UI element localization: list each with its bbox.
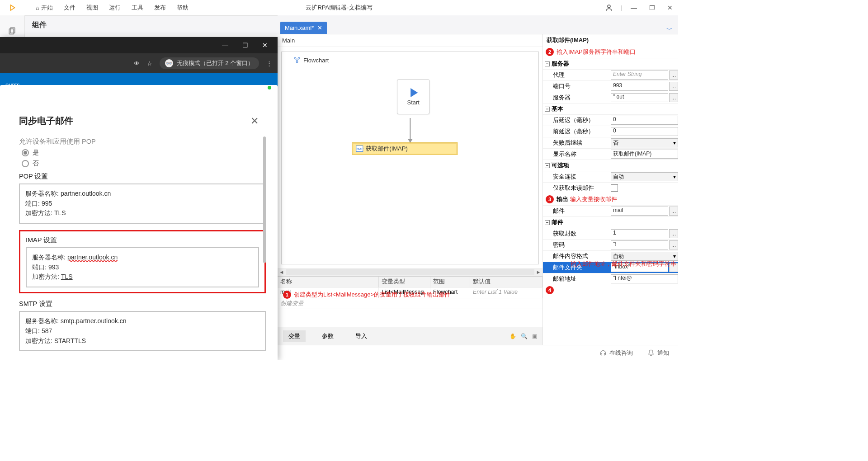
home-icon: ⌂ xyxy=(36,5,39,11)
proxy-input[interactable]: Enter String xyxy=(611,71,668,80)
status-dot-icon xyxy=(267,85,272,90)
annotation-1: 1 创建类型为List<MailMessage>的变量用于接收组件输出邮件 xyxy=(283,291,450,299)
tab-variables[interactable]: 变量 xyxy=(283,330,306,342)
col-name-header[interactable]: 名称 xyxy=(278,277,379,287)
menu-help[interactable]: 帮助 xyxy=(177,4,189,12)
activity-get-mail-imap[interactable]: IMAP 获取邮件(IMAP) xyxy=(352,142,458,155)
annotation-4: 输入邮件地址，邮件文件夹和密码字符串 xyxy=(571,260,676,268)
modal-close-icon[interactable]: ✕ xyxy=(250,115,259,127)
prop-server: 服务器" out… xyxy=(543,92,678,103)
create-variable-row[interactable]: 创建变量 xyxy=(278,298,542,309)
clipboard-icon[interactable] xyxy=(7,25,18,36)
smtp-settings-label: SMTP 设置 xyxy=(19,300,266,308)
prop-password: 密码"!… xyxy=(543,239,678,250)
menu-view[interactable]: 视图 xyxy=(86,4,98,12)
star-icon[interactable]: ☆ xyxy=(147,60,152,67)
predelay-input[interactable]: 0 xyxy=(611,127,678,136)
postdelay-input[interactable]: 0 xyxy=(611,116,678,125)
designer-canvas[interactable]: Flowchart Start IMAP 获取邮件(IMAP) xyxy=(278,48,542,268)
menu-run[interactable]: 运行 xyxy=(109,4,121,12)
count-input[interactable]: 1 xyxy=(611,229,668,238)
maximize-button[interactable]: ❐ xyxy=(646,1,658,14)
tab-dropdown-icon[interactable]: ﹀ xyxy=(666,26,673,34)
variables-header: 名称 变量类型 范围 默认值 xyxy=(278,277,542,287)
more-icon[interactable]: ⋮ xyxy=(266,60,272,67)
tab-imports[interactable]: 导入 xyxy=(350,330,373,342)
pop-allow-label: 允许设备和应用使用 POP xyxy=(19,137,266,146)
modal-scrollbar[interactable] xyxy=(263,136,266,263)
imap-icon: IMAP xyxy=(356,146,363,152)
server-input[interactable]: " out xyxy=(611,93,668,102)
unread-checkbox[interactable] xyxy=(611,184,618,192)
scroll-left-icon[interactable]: ◄ xyxy=(278,268,286,276)
prop-unread: 仅获取未读邮件 xyxy=(543,182,678,193)
sync-email-modal: 同步电子邮件 ✕ 允许设备和应用使用 POP 是 否 POP 设置 服务器名称:… xyxy=(8,108,269,360)
prop-mail-output: 邮件mail… xyxy=(543,205,678,216)
pan-icon[interactable]: ✋ xyxy=(509,333,516,339)
minimize-button[interactable]: — xyxy=(627,1,640,14)
zoom-icon[interactable]: 🔍 xyxy=(521,333,528,339)
user-icon[interactable] xyxy=(603,1,615,14)
menu-home[interactable]: ⌂开始 xyxy=(36,4,53,12)
online-consult[interactable]: 在线咨询 xyxy=(599,349,633,357)
prop-displayname: 显示名称获取邮件(IMAP) xyxy=(543,148,678,160)
var-default[interactable]: Enter List`1 Value xyxy=(470,287,542,298)
col-type-header[interactable]: 变量类型 xyxy=(379,277,430,287)
notifications[interactable]: 通知 xyxy=(647,349,669,357)
horizontal-scrollbar[interactable]: ◄ ► xyxy=(278,268,542,276)
port-input[interactable]: 993 xyxy=(611,82,668,91)
modal-title: 同步电子邮件 xyxy=(19,115,73,127)
menu-tools[interactable]: 工具 xyxy=(132,4,143,12)
secure-select[interactable]: 自动▾ xyxy=(611,172,678,181)
mail-ellipsis[interactable]: … xyxy=(669,207,678,216)
tab-arguments[interactable]: 参数 xyxy=(316,330,339,342)
group-server[interactable]: −服务器 xyxy=(543,58,678,69)
tab-row: Main.xaml* ✕ ﹀ xyxy=(278,15,678,34)
prop-addr: 邮箱地址"l nfei@ xyxy=(543,273,678,284)
browser-close[interactable]: ✕ xyxy=(255,37,275,53)
tab-main[interactable]: Main.xaml* ✕ xyxy=(280,22,327,34)
group-basic[interactable]: −基本 xyxy=(543,103,678,114)
chevron-down-icon: ▾ xyxy=(673,253,676,259)
app-titlebar: ⌂开始 文件 视图 运行 工具 发布 帮助 云扩RPA编辑器-文档编写 | — … xyxy=(0,0,678,15)
variables-panel: 名称 变量类型 范围 默认值 mail List<MailMessag Flow… xyxy=(278,276,542,327)
smtp-settings-box: 服务器名称: smtp.partner.outlook.cn 端口: 587 加… xyxy=(19,311,266,351)
badge-4-icon: 4 xyxy=(546,286,554,294)
group-optional[interactable]: −可选项 xyxy=(543,160,678,171)
group-mail[interactable]: −邮件 xyxy=(543,216,678,228)
mail-output-input[interactable]: mail xyxy=(611,207,668,216)
svg-point-0 xyxy=(608,5,610,8)
flow-arrow xyxy=(410,118,410,142)
addr-input[interactable]: "l nfei@ xyxy=(611,274,678,283)
start-node[interactable]: Start xyxy=(397,79,429,114)
svg-point-5 xyxy=(296,61,298,63)
play-icon xyxy=(410,88,418,97)
port-ellipsis[interactable]: … xyxy=(669,82,678,91)
incognito-badge[interactable]: 👓 无痕模式（已打开 2 个窗口） xyxy=(160,57,259,69)
menu-file[interactable]: 文件 xyxy=(64,4,75,12)
scroll-right-icon[interactable]: ► xyxy=(534,268,542,276)
browser-window: — ☐ ✕ 👁 ☆ 👓 无痕模式（已打开 2 个窗口） ⋮ ounts 同步电子… xyxy=(0,37,278,360)
browser-maximize[interactable]: ☐ xyxy=(235,37,255,53)
radio-yes[interactable]: 是 xyxy=(22,149,266,157)
fit-icon[interactable]: ▣ xyxy=(532,333,537,339)
server-ellipsis[interactable]: … xyxy=(669,93,678,102)
col-scope-header[interactable]: 范围 xyxy=(430,277,470,287)
properties-title: 获取邮件(IMAP) xyxy=(543,34,678,46)
main-menu: ⌂开始 文件 视图 运行 工具 发布 帮助 xyxy=(36,4,189,12)
bell-icon xyxy=(647,349,655,357)
browser-minimize[interactable]: — xyxy=(215,37,235,53)
prop-predelay: 前延迟（毫秒）0 xyxy=(543,126,678,137)
menu-publish[interactable]: 发布 xyxy=(154,4,166,12)
tab-label: Main.xaml* xyxy=(285,24,314,31)
col-default-header[interactable]: 默认值 xyxy=(470,277,542,287)
password-input[interactable]: "! xyxy=(611,240,668,249)
radio-no[interactable]: 否 xyxy=(22,160,266,168)
format-select[interactable]: 自动▾ xyxy=(611,252,678,261)
continue-select[interactable]: 否▾ xyxy=(611,138,678,147)
eye-off-icon[interactable]: 👁 xyxy=(134,60,140,67)
close-tab-icon[interactable]: ✕ xyxy=(317,24,322,31)
proxy-ellipsis[interactable]: … xyxy=(669,71,678,80)
displayname-input[interactable]: 获取邮件(IMAP) xyxy=(611,150,678,159)
close-button[interactable]: ✕ xyxy=(664,1,676,14)
